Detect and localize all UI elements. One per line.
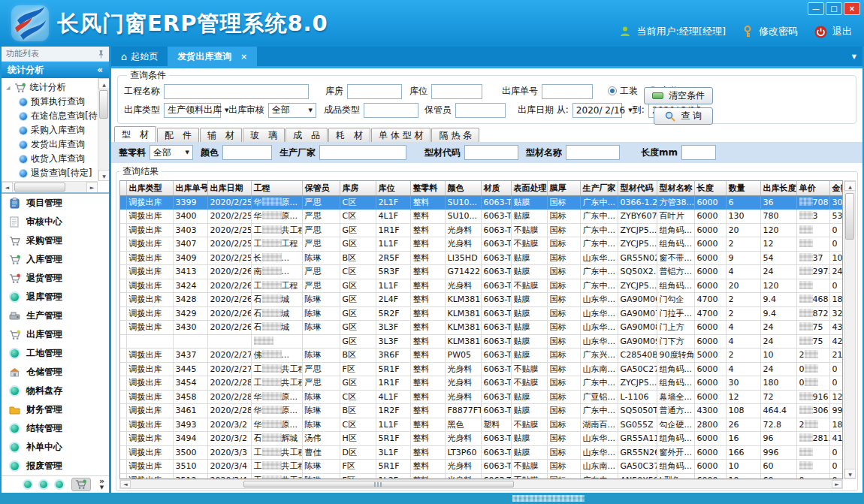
tree-root[interactable]: ◢ 统计分析 [3, 80, 98, 95]
column-header[interactable]: 整零料 [410, 181, 445, 195]
scroll-left-icon[interactable]: ◄ [2, 182, 13, 193]
table-row[interactable]: 调拨出库34032020/2/25工共工程严思G区1R1F整料光身料6063-T… [120, 223, 843, 237]
table-row[interactable]: 调拨出库35102020/3/4工共工程陈琳F区5R1F整料光身料6063-T5… [120, 460, 843, 474]
warehouse-input[interactable] [347, 84, 402, 99]
sidebar-item-财务管理[interactable]: 财务管理 [2, 400, 109, 419]
table-row[interactable]: 调拨出库34612020/2/28华原...陈琳B区1R2F整料F8877FT6… [120, 404, 843, 418]
column-header[interactable]: 库位 [376, 181, 410, 195]
length-input[interactable] [681, 145, 716, 160]
tab-list-dropdown-icon[interactable]: ▼ [852, 53, 856, 60]
tree-item[interactable]: 收货入库查询 [3, 152, 98, 166]
table-vertical-scrollbar[interactable]: ▲ ▼ [844, 180, 856, 479]
sidebar-item-工地管理[interactable]: 工地管理 [2, 344, 109, 363]
close-button[interactable]: × [844, 2, 860, 15]
material-tab[interactable]: 玻 璃 [243, 128, 285, 142]
sidebar-item-项目管理[interactable]: 项目管理 [2, 194, 109, 213]
tree-horizontal-scrollbar[interactable]: ◄ ► [2, 181, 98, 192]
scroll-right-icon[interactable]: ► [86, 182, 98, 193]
material-tab[interactable]: 型 材 [114, 126, 156, 142]
table-row[interactable]: 调拨出库34282020/2/26石城陈琳G区2L4F整料KLM38176063… [120, 293, 843, 307]
sidebar-item-审核中心[interactable]: 审核中心 [2, 213, 109, 231]
tree-item[interactable]: 预算执行查询 [3, 95, 98, 109]
table-row[interactable]: 调拨出库35122020/3/4工共工程陈琳F区1L2F整料光身料6063-T5… [120, 473, 843, 479]
collapse-icon[interactable]: « [97, 62, 103, 78]
scroll-left-icon[interactable]: ◄ [120, 480, 131, 488]
sidebar-item-出库管理[interactable]: 出库管理 [2, 325, 109, 344]
profile-name-input[interactable] [566, 145, 620, 160]
whole-part-select[interactable]: 全部▼ [150, 145, 193, 160]
column-header[interactable]: 表面处理 [511, 181, 547, 195]
sidebar-item-报废管理[interactable]: 报废管理 [2, 457, 109, 475]
tab-shipment-query[interactable]: 发货出库查询 × [168, 47, 257, 66]
table-row[interactable]: 调拨出库34132020/2/26南...严思C区5R3F整料G71422606… [120, 265, 843, 279]
maximize-button[interactable]: □ [826, 2, 842, 15]
column-header[interactable]: 金额 [829, 181, 843, 195]
column-header[interactable]: 膜厚 [547, 181, 580, 195]
column-header[interactable]: 颜色 [445, 181, 481, 195]
table-row[interactable]: 调拨出库34072020/2/25工工程严思G区1L1F整料光身料6063-T5… [120, 237, 843, 252]
table-row[interactable]: 调拨出库34372020/2/27佛...陈琳B区3R6F整料PW056063-… [120, 349, 843, 363]
radio-work[interactable]: 工装 [608, 85, 638, 98]
project-name-input[interactable] [164, 84, 309, 99]
material-tab[interactable]: 配 件 [157, 128, 199, 142]
column-header[interactable]: 库房 [340, 181, 376, 195]
logout-button[interactable]: 退出 [832, 25, 852, 38]
table-horizontal-scrollbar[interactable]: ◄ ► [119, 479, 843, 489]
keeper-input[interactable] [455, 103, 506, 118]
table-vscroll-thumb[interactable] [845, 193, 854, 240]
table-row[interactable]: 调拨出库35002020/3/3工共工程曹佳D区3L1F整料LT3P606063… [120, 445, 843, 460]
column-header[interactable]: 型材名称 [657, 181, 694, 195]
table-row[interactable]: 调拨出库34302020/2/26石城陈琳G区3L3F整料KLM38176063… [120, 321, 843, 335]
column-header[interactable]: 出库长度 [760, 181, 796, 195]
minimize-button[interactable]: — [808, 2, 824, 15]
column-header[interactable]: 长度 [694, 181, 726, 195]
table-row[interactable]: 调拨出库34932020/3/2华原...陈琳C区1L1F整料黑色塑料不贴膜国标… [120, 418, 843, 432]
table-row[interactable]: 调拨出库34242020/2/26工工程严思G区1L1F整料光身料6063-T5… [120, 279, 843, 293]
table-hscroll-thumb[interactable] [243, 481, 514, 487]
column-header[interactable]: 保管员 [302, 181, 340, 195]
product-type-input[interactable] [364, 103, 418, 118]
table-row[interactable]: 调拨出库34002020/2/25华原...严思C区4L1F整料SU10...6… [120, 210, 843, 224]
column-header[interactable]: 材质 [481, 181, 511, 195]
sidebar-item-生产管理[interactable]: 生产管理 [2, 306, 109, 325]
column-header[interactable]: 出库类型 [126, 181, 173, 195]
sidebar-item-仓储管理[interactable]: 仓储管理 [2, 363, 109, 382]
tree-item[interactable]: 退货查询[待定] [3, 166, 98, 180]
manufacturer-input[interactable] [319, 145, 406, 160]
pin-icon[interactable] [98, 50, 104, 59]
table-row[interactable]: 调拨出库34942020/3/2石辉城汤伟H区5R1F整料光身料6063-T5贴… [120, 432, 843, 446]
column-header[interactable]: 型材代码 [618, 181, 657, 195]
change-password-link[interactable]: 修改密码 [759, 25, 798, 38]
scroll-down-icon[interactable]: ▼ [98, 170, 109, 181]
profile-code-input[interactable] [464, 145, 518, 160]
order-no-input[interactable] [542, 84, 593, 99]
close-tab-icon[interactable]: × [240, 52, 247, 62]
tree-item[interactable]: 在途信息查询[待 [3, 109, 98, 123]
stats-group-header[interactable]: 统计分析 « [2, 62, 109, 78]
location-input[interactable] [431, 84, 482, 99]
sidebar-item-结转管理[interactable]: 结转管理 [2, 419, 109, 438]
search-button[interactable]: 查 询 [654, 107, 713, 125]
column-header[interactable]: 数量 [726, 181, 760, 195]
scroll-down-icon[interactable]: ▼ [844, 469, 856, 478]
date-from-picker[interactable]: 2020/ 2/16▼ [572, 103, 622, 118]
column-header[interactable]: 出库单号 [173, 181, 207, 195]
cart-button[interactable] [71, 478, 91, 491]
scroll-right-icon[interactable]: ► [832, 480, 842, 488]
tree-vertical-scrollbar[interactable]: ▲ ▼ [98, 78, 109, 181]
circle-icon[interactable] [56, 481, 63, 488]
tree-item[interactable]: 发货出库查询 [3, 137, 98, 152]
material-tab[interactable]: 成 品 [285, 128, 328, 142]
tree-hscroll-thumb[interactable] [14, 183, 65, 192]
tab-home[interactable]: ⌂ 起始页 [111, 47, 168, 66]
circle-icon[interactable] [24, 481, 32, 488]
outbound-type-select[interactable]: 生产领料出库▼ [164, 103, 221, 118]
sidebar-item-入库管理[interactable]: 入库管理 [2, 250, 109, 269]
color-input[interactable] [222, 145, 272, 160]
table-row[interactable]: 调拨出库33992020/2/25华原...严思C区2L1F整料SU10...6… [120, 195, 843, 210]
material-tab[interactable]: 隔 热 条 [431, 128, 479, 142]
table-row[interactable]: G区3L3F整料KLM38176063-T5贴膜国标山东华...GA90M09.… [120, 334, 843, 349]
scroll-up-icon[interactable]: ▲ [844, 181, 856, 191]
column-header[interactable]: 工程 [251, 181, 302, 195]
clear-conditions-button[interactable]: 清空条件 [644, 87, 713, 104]
